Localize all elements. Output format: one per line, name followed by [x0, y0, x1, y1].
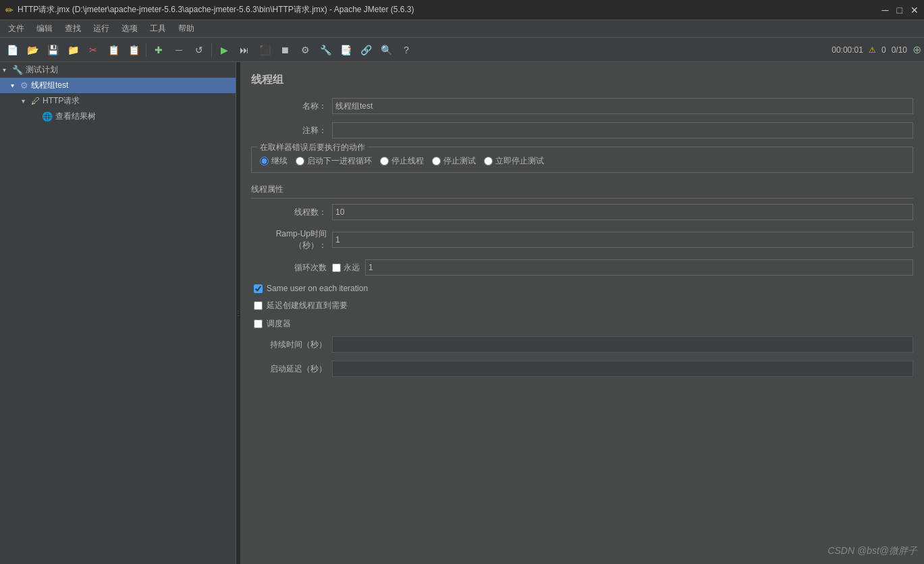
toolbar-search[interactable]: 🔍: [377, 41, 396, 59]
toolbar-remove[interactable]: ─: [169, 41, 188, 59]
ramp-up-label: Ramp-Up时间（秒）：: [251, 228, 332, 251]
app-icon: ✏: [5, 5, 13, 16]
radio-stop-thread-input[interactable]: [380, 157, 389, 165]
toolbar-add[interactable]: ✚: [149, 41, 168, 59]
menu-tools[interactable]: 工具: [144, 22, 171, 36]
scheduler-row: 调度器: [254, 318, 913, 330]
comment-label: 注释：: [251, 125, 332, 136]
toolbar-new[interactable]: 📄: [3, 41, 22, 59]
error-action-radio-group: 继续 启动下一进程循环 停止线程 停止测试 立即停止测试: [260, 155, 904, 167]
menu-edit[interactable]: 编辑: [31, 22, 58, 36]
ramp-up-row: Ramp-Up时间（秒）：: [251, 228, 913, 251]
menu-search[interactable]: 查找: [59, 22, 86, 36]
toolbar-settings[interactable]: ⚙: [296, 41, 315, 59]
sidebar-item-view-results[interactable]: 🌐 查看结果树: [0, 109, 236, 124]
radio-stop-thread[interactable]: 停止线程: [380, 155, 424, 167]
toolbar-help[interactable]: ?: [397, 41, 416, 59]
radio-stop-thread-label: 停止线程: [391, 155, 424, 167]
delay-create-checkbox[interactable]: [254, 301, 263, 310]
same-user-checkbox[interactable]: [254, 284, 263, 293]
radio-continue-input[interactable]: [260, 157, 269, 165]
toolbar-warning-icon: ⚠: [869, 45, 876, 55]
http-request-label: HTTP请求: [43, 95, 80, 107]
http-request-icon: 🖊: [31, 96, 40, 106]
scheduler-checkbox[interactable]: [254, 319, 263, 328]
ramp-up-input[interactable]: [332, 232, 913, 248]
toolbar-add-remote[interactable]: ⊕: [913, 43, 921, 56]
test-plan-icon: 🔧: [12, 65, 23, 75]
startup-delay-label: 启动延迟（秒）: [251, 363, 332, 375]
section-title: 线程组: [251, 73, 913, 87]
thread-group-icon: ⚙: [20, 80, 28, 91]
loop-count-input[interactable]: [365, 259, 913, 276]
toolbar-copy[interactable]: 📋: [104, 41, 123, 59]
sep2: [211, 43, 212, 57]
radio-stop-test-label: 停止测试: [443, 155, 476, 167]
toolbar-cut[interactable]: ✂: [84, 41, 103, 59]
toolbar-start-no-pause[interactable]: ⏭: [235, 41, 254, 59]
radio-stop-test-input[interactable]: [432, 157, 441, 165]
loop-forever-label[interactable]: 永远: [344, 262, 360, 274]
arrow-icon: ▾: [3, 66, 12, 74]
view-results-icon: 🌐: [42, 111, 53, 122]
scheduler-label[interactable]: 调度器: [267, 318, 291, 330]
loop-count-label: 循环次数: [251, 262, 332, 274]
radio-start-next-loop-label: 启动下一进程循环: [307, 155, 372, 167]
duration-row: 持续时间（秒）: [251, 336, 913, 353]
delay-create-label[interactable]: 延迟创建线程直到需要: [267, 300, 348, 311]
toolbar-paste[interactable]: 📋: [124, 41, 143, 59]
window-controls[interactable]: ─ □ ✕: [882, 5, 919, 16]
radio-continue-label: 继续: [271, 155, 288, 167]
radio-stop-test-now-label: 立即停止测试: [495, 155, 544, 167]
sidebar-item-http-request[interactable]: ▾ 🖊 HTTP请求: [0, 93, 236, 109]
same-user-label[interactable]: Same user on each iteration: [267, 284, 368, 293]
thread-count-row: 线程数：: [251, 204, 913, 220]
watermark: CSDN @bst@微胖子: [827, 545, 917, 557]
sidebar-item-thread-group[interactable]: ▾ ⚙ 线程组test: [0, 78, 236, 93]
window-title: HTTP请求.jmx (D:\jmeter\apache-jmeter-5.6.…: [18, 4, 882, 16]
toolbar-open[interactable]: 📂: [23, 41, 42, 59]
toolbar-save-as[interactable]: 📁: [63, 41, 82, 59]
error-action-group: 在取样器错误后要执行的动作 继续 启动下一进程循环 停止线程 停止测试: [251, 147, 913, 173]
menu-run[interactable]: 运行: [88, 22, 115, 36]
content-area: 线程组 名称： 注释： 在取样器错误后要执行的动作 继续 启动下一进程循环: [240, 62, 924, 564]
toolbar: 📄 📂 💾 📁 ✂ 📋 📋 ✚ ─ ↺ ▶ ⏭ ⬛ ⏹ ⚙ 🔧 📑 🔗 🔍 ? …: [0, 38, 924, 62]
toolbar-remote[interactable]: 🔧: [316, 41, 335, 59]
sidebar-item-test-plan[interactable]: ▾ 🔧 测试计划: [0, 62, 236, 78]
minimize-button[interactable]: ─: [882, 5, 889, 16]
menu-file[interactable]: 文件: [3, 22, 30, 36]
toolbar-function[interactable]: 🔗: [356, 41, 375, 59]
delay-create-row: 延迟创建线程直到需要: [254, 300, 913, 311]
radio-continue[interactable]: 继续: [260, 155, 288, 167]
sidebar: ▾ 🔧 测试计划 ▾ ⚙ 线程组test ▾ 🖊 HTTP请求 🌐 查看结果树: [0, 62, 236, 564]
toolbar-stop[interactable]: ⬛: [255, 41, 274, 59]
comment-row: 注释：: [251, 122, 913, 138]
radio-start-next-loop[interactable]: 启动下一进程循环: [296, 155, 372, 167]
duration-label: 持续时间（秒）: [251, 339, 332, 351]
menu-options[interactable]: 选项: [116, 22, 143, 36]
main-layout: ▾ 🔧 测试计划 ▾ ⚙ 线程组test ▾ 🖊 HTTP请求 🌐 查看结果树 …: [0, 62, 924, 564]
toolbar-warning-count: 0: [881, 45, 886, 55]
menu-help[interactable]: 帮助: [173, 22, 200, 36]
radio-start-next-loop-input[interactable]: [296, 157, 304, 165]
name-input[interactable]: [332, 98, 913, 114]
loop-forever-checkbox[interactable]: [332, 263, 341, 272]
radio-stop-test[interactable]: 停止测试: [432, 155, 476, 167]
name-label: 名称：: [251, 101, 332, 112]
close-button[interactable]: ✕: [911, 5, 919, 16]
toolbar-clear[interactable]: ↺: [190, 41, 209, 59]
toolbar-save[interactable]: 💾: [43, 41, 62, 59]
loop-forever-group: 永远: [332, 262, 360, 274]
startup-delay-input[interactable]: [332, 361, 913, 377]
radio-stop-test-now-input[interactable]: [484, 157, 493, 165]
duration-input[interactable]: [332, 336, 913, 353]
thread-count-input[interactable]: [332, 204, 913, 220]
comment-input[interactable]: [332, 122, 913, 138]
toolbar-templates[interactable]: 📑: [336, 41, 355, 59]
thread-group-label: 线程组test: [31, 80, 68, 91]
maximize-button[interactable]: □: [897, 5, 902, 16]
toolbar-shutdown[interactable]: ⏹: [275, 41, 294, 59]
radio-stop-test-now[interactable]: 立即停止测试: [484, 155, 544, 167]
menu-bar: 文件 编辑 查找 运行 选项 工具 帮助: [0, 20, 924, 38]
toolbar-start[interactable]: ▶: [215, 41, 234, 59]
